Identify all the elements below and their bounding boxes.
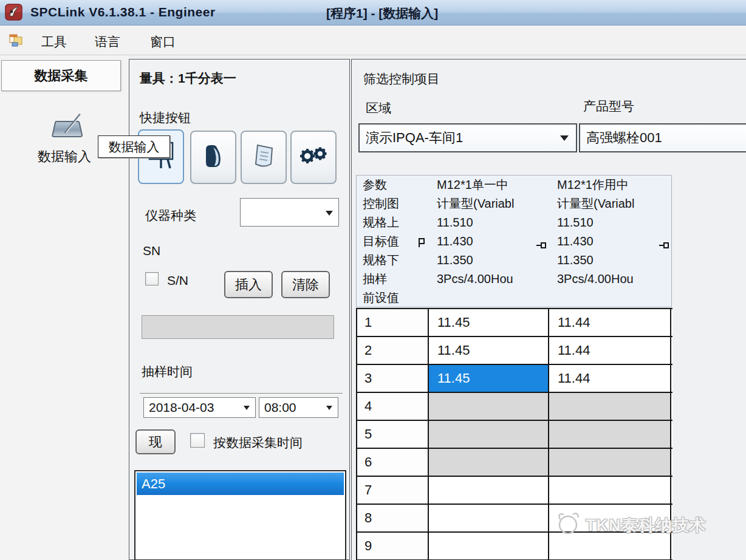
- row-number: 2: [357, 337, 429, 364]
- spclink-window: SPCLink V6.1.38.1 - Engineer [程序1] - [数据…: [0, 0, 746, 560]
- menu-tools[interactable]: 工具: [38, 32, 70, 52]
- table-row: 3 11.45 11.44: [357, 365, 672, 393]
- sample-list-item-selected[interactable]: A25: [137, 473, 344, 495]
- watermark-text: TKN泰科纳技术: [586, 514, 707, 536]
- param-row-chart-type: 控制图 计量型(Variabl 计量型(Variabl: [357, 194, 671, 213]
- grid-cell[interactable]: [549, 393, 671, 420]
- sn-input[interactable]: [142, 315, 334, 339]
- product-model-combo-value: 高强螺栓001: [586, 129, 662, 147]
- document-title: [程序1] - [数据输入]: [326, 5, 438, 22]
- param-row-preset: 前设值: [357, 289, 671, 307]
- row-number: 5: [357, 421, 429, 448]
- grid-cell[interactable]: 11.44: [549, 365, 671, 392]
- grid-cell[interactable]: [429, 505, 549, 531]
- tooltip-text: 数据输入: [109, 138, 160, 155]
- instrument-type-label: 仪器种类: [145, 207, 196, 224]
- param-row-lsl: 规格下 11.350 11.350: [357, 251, 671, 270]
- table-row: 4: [357, 393, 672, 421]
- quick-button-settings[interactable]: [290, 131, 337, 184]
- product-model-label: 产品型号: [583, 98, 634, 115]
- grid-cell[interactable]: [429, 421, 549, 448]
- child-window-icon[interactable]: [9, 33, 24, 51]
- grid-cell[interactable]: [429, 393, 549, 420]
- grid-cell[interactable]: [549, 477, 671, 504]
- row-number: 6: [357, 449, 429, 476]
- sampling-time-label: 抽样时间: [142, 363, 193, 380]
- param-value: 计量型(Variabl: [428, 196, 549, 212]
- sidebar: 数据采集 数据输入: [0, 55, 129, 560]
- divider: [140, 393, 343, 394]
- param-row-label: 控制图: [357, 196, 428, 212]
- tooltip: 数据输入: [98, 135, 170, 158]
- sidebar-tab-label: 数据采集: [35, 67, 88, 85]
- row-number: 7: [357, 477, 429, 504]
- clear-button[interactable]: 清除: [281, 271, 330, 298]
- menu-language[interactable]: 语言: [91, 32, 124, 52]
- grid-cell[interactable]: 11.45: [429, 309, 549, 336]
- parameter-info-table: 参数 M12*1单一中 M12*1作用中 控制图 计量型(Variabl 计量型…: [356, 175, 672, 307]
- menu-window[interactable]: 窗口: [146, 32, 179, 52]
- area-combo-value: 演示IPQA-车间1: [366, 129, 463, 147]
- sample-date-combo[interactable]: 2018-04-03: [143, 397, 256, 418]
- param-row-target: 目标值 11.430 11.430: [357, 232, 671, 251]
- grid-cell[interactable]: 11.44: [549, 309, 671, 336]
- grid-cell[interactable]: [429, 449, 549, 476]
- app-logo-icon: [5, 3, 23, 24]
- param-row-sampling: 抽样 3Pcs/4.00Hou 3Pcs/4.00Hou: [357, 270, 671, 289]
- row-number: 4: [357, 393, 429, 420]
- sample-time-value: 08:00: [264, 400, 296, 415]
- now-button[interactable]: 现: [135, 429, 176, 454]
- sample-time-combo[interactable]: 08:00: [259, 397, 338, 418]
- sidebar-tab-data-collection[interactable]: 数据采集: [1, 60, 121, 91]
- param-value: 11.510: [549, 216, 671, 230]
- sn-checkbox[interactable]: [145, 272, 159, 285]
- area-label: 区域: [366, 100, 391, 117]
- by-collection-time-label: 按数据采集时间: [213, 434, 303, 451]
- grid-cell[interactable]: [549, 421, 671, 448]
- by-collection-time-checkbox[interactable]: [190, 433, 205, 448]
- chevron-down-icon: [244, 406, 250, 410]
- quick-buttons-label: 快捷按钮: [140, 109, 191, 126]
- param-value: 11.430: [428, 234, 549, 248]
- sn-label: SN: [143, 244, 160, 258]
- sample-date-value: 2018-04-03: [149, 400, 214, 415]
- grid-cell[interactable]: [429, 477, 549, 504]
- sample-list[interactable]: A25: [134, 470, 346, 560]
- param-row-label: 规格下: [357, 252, 428, 268]
- param-row-label: 规格上: [357, 214, 428, 231]
- chevron-down-icon: [326, 211, 333, 216]
- param-row-label: 前设值: [357, 290, 428, 306]
- product-model-combo[interactable]: 高强螺栓001: [579, 123, 746, 152]
- filter-panel-title: 筛选控制项目: [363, 70, 440, 87]
- grid-cell[interactable]: [429, 533, 549, 559]
- note-icon: [250, 142, 278, 173]
- param-row-name: 参数 M12*1单一中 M12*1作用中: [357, 176, 671, 194]
- param-row-usl: 规格上 11.510 11.510: [357, 213, 671, 232]
- chevron-down-icon: [326, 406, 332, 410]
- quick-button-product[interactable]: [190, 131, 236, 184]
- data-entry-tablet-icon[interactable]: [50, 112, 86, 146]
- grid-cell[interactable]: 11.45: [429, 337, 549, 364]
- filter-panel: 筛选控制项目 区域 产品型号 演示IPQA-车间1 高强螺栓001 参数 M12…: [351, 59, 746, 560]
- table-row: 7: [357, 477, 672, 505]
- param-value: M12*1单一中: [428, 177, 549, 193]
- area-combo[interactable]: 演示IPQA-车间1: [358, 123, 577, 152]
- pin-icon: [536, 238, 546, 252]
- quick-button-note[interactable]: [241, 131, 287, 184]
- grid-cell-selected[interactable]: 11.45: [429, 365, 549, 392]
- mouse-shape-icon: [200, 143, 226, 172]
- pin-icon: [659, 238, 669, 252]
- param-row-label: 抽样: [357, 271, 428, 287]
- param-row-label: 参数: [357, 177, 428, 193]
- entry-panel: 量具：1千分表一 快捷按钮: [129, 59, 350, 560]
- grid-cell[interactable]: 11.44: [549, 337, 671, 364]
- instrument-type-combo[interactable]: [240, 198, 339, 227]
- insert-button-label: 插入: [235, 276, 262, 294]
- gears-icon: [298, 143, 329, 171]
- row-number: 1: [357, 309, 429, 336]
- insert-button[interactable]: 插入: [224, 271, 273, 298]
- watermark-logo-icon: [554, 509, 582, 541]
- grid-cell[interactable]: [549, 449, 671, 476]
- table-row: 6: [357, 449, 672, 477]
- watermark: TKN泰科纳技术: [554, 509, 707, 541]
